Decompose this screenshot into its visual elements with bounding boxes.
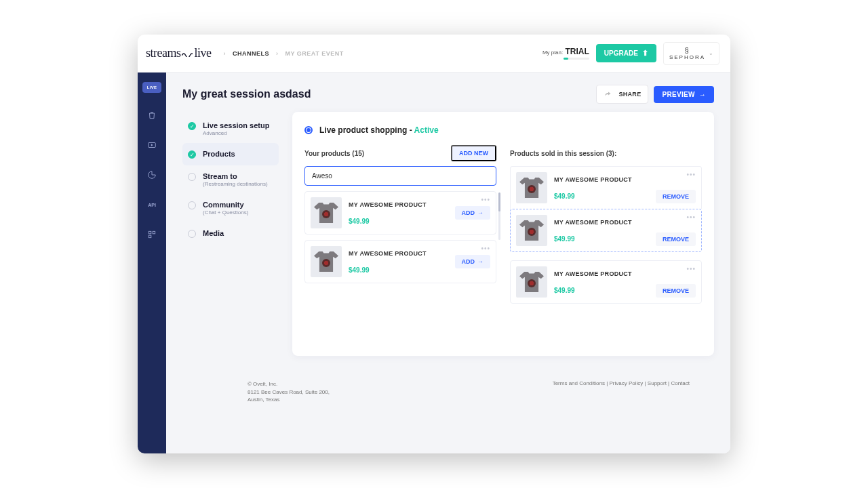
footer-terms[interactable]: Terms and Conditions xyxy=(553,380,605,386)
share-button[interactable]: SHARE xyxy=(596,85,648,104)
plan-indicator: My plan: TRIAL xyxy=(542,47,589,60)
arrow-right-icon: → xyxy=(477,209,484,216)
footer-privacy[interactable]: Privacy Policy xyxy=(610,380,644,386)
brand-logo-icon: § xyxy=(684,47,690,54)
add-new-button[interactable]: ADD NEW xyxy=(451,145,496,161)
svg-rect-2 xyxy=(153,231,155,234)
chevron-right-icon: › xyxy=(223,50,226,57)
more-icon[interactable]: ••• xyxy=(686,214,696,221)
radio-selected-icon[interactable] xyxy=(304,126,313,134)
your-products-label: Your products (15) xyxy=(304,150,364,157)
step-community[interactable]: Community(Chat + Questions) xyxy=(182,194,279,222)
arrow-right-icon: → xyxy=(699,91,706,98)
available-product-row: MY AWESOME PRODUCT $49.99 ••• ADD → xyxy=(304,240,496,283)
step-dot-icon xyxy=(188,201,196,209)
product-thumbnail xyxy=(516,172,547,203)
step-products[interactable]: ✓ Products xyxy=(182,143,279,165)
nav-video[interactable] xyxy=(144,138,160,152)
footer-support[interactable]: Support xyxy=(648,380,667,386)
footer-contact[interactable]: Contact xyxy=(671,380,690,386)
more-icon[interactable]: ••• xyxy=(481,245,490,252)
scrollbar-thumb[interactable] xyxy=(498,192,500,211)
remove-product-button[interactable]: REMOVE xyxy=(656,190,696,203)
breadcrumb: › CHANNELS › MY GREAT EVENT xyxy=(223,50,343,57)
crumb-channels[interactable]: CHANNELS xyxy=(233,50,269,57)
preview-button[interactable]: PREVIEW→ xyxy=(654,86,714,103)
crumb-event[interactable]: MY GREAT EVENT xyxy=(285,50,344,57)
product-thumbnail xyxy=(311,197,342,228)
session-product-row: MY AWESOME PRODUCT $49.99 ••• REMOVE xyxy=(510,166,702,209)
sold-products-label: Products sold in this session (3): xyxy=(510,150,616,157)
share-icon xyxy=(604,90,612,98)
footer-address: © Oveit, Inc. 8121 Bee Caves Road, Suite… xyxy=(248,380,330,404)
step-media[interactable]: Media xyxy=(182,222,279,245)
available-product-row: MY AWESOME PRODUCT $49.99 ••• ADD → xyxy=(304,191,496,235)
more-icon[interactable]: ••• xyxy=(686,171,696,178)
add-product-button[interactable]: ADD → xyxy=(455,206,491,220)
arrow-right-icon: → xyxy=(477,258,484,265)
remove-product-button[interactable]: REMOVE xyxy=(656,232,696,246)
nav-qr[interactable] xyxy=(144,227,160,242)
remove-product-button[interactable]: REMOVE xyxy=(656,284,696,298)
nav-shopping[interactable] xyxy=(144,108,160,123)
add-product-button[interactable]: ADD → xyxy=(455,255,491,268)
bag-icon xyxy=(147,110,157,120)
pie-icon xyxy=(147,170,157,180)
nav-live[interactable]: LIVE xyxy=(142,82,161,93)
session-product-row-dragging[interactable]: MY AWESOME PRODUCT $49.99 ••• REMOVE xyxy=(510,209,702,252)
page-title: My great session asdasd xyxy=(182,88,311,100)
more-icon[interactable]: ••• xyxy=(481,196,490,203)
step-dot-icon xyxy=(188,230,196,238)
qr-icon xyxy=(147,230,157,239)
check-icon: ✓ xyxy=(188,122,196,130)
product-thumbnail xyxy=(516,215,547,246)
product-search-input[interactable] xyxy=(304,166,496,186)
check-icon: ✓ xyxy=(188,150,196,159)
step-stream-to[interactable]: Stream to(Restreaming destinations) xyxy=(182,165,279,194)
session-product-row: MY AWESOME PRODUCT $49.99 ••• REMOVE xyxy=(510,260,702,304)
rocket-icon: ⬆ xyxy=(642,49,648,58)
upgrade-button[interactable]: UPGRADE⬆ xyxy=(596,44,656,62)
more-icon[interactable]: ••• xyxy=(686,265,696,272)
product-thumbnail xyxy=(516,266,547,298)
app-logo[interactable]: streamslive xyxy=(146,46,211,60)
play-icon xyxy=(147,140,157,150)
chevron-right-icon: › xyxy=(276,50,279,57)
svg-rect-3 xyxy=(149,235,151,238)
status-badge: Active xyxy=(414,125,439,135)
card-title: Live product shopping - Active xyxy=(319,125,439,135)
nav-api[interactable]: API xyxy=(144,197,160,212)
footer-links: Terms and Conditions | Privacy Policy | … xyxy=(553,380,690,404)
product-thumbnail xyxy=(311,246,342,277)
nav-analytics[interactable] xyxy=(144,167,160,182)
svg-rect-1 xyxy=(149,231,151,234)
step-dot-icon xyxy=(188,173,196,181)
account-selector[interactable]: § SEPHORA xyxy=(663,42,719,65)
step-session-setup[interactable]: ✓ Live session setupAdvanced xyxy=(182,115,279,143)
